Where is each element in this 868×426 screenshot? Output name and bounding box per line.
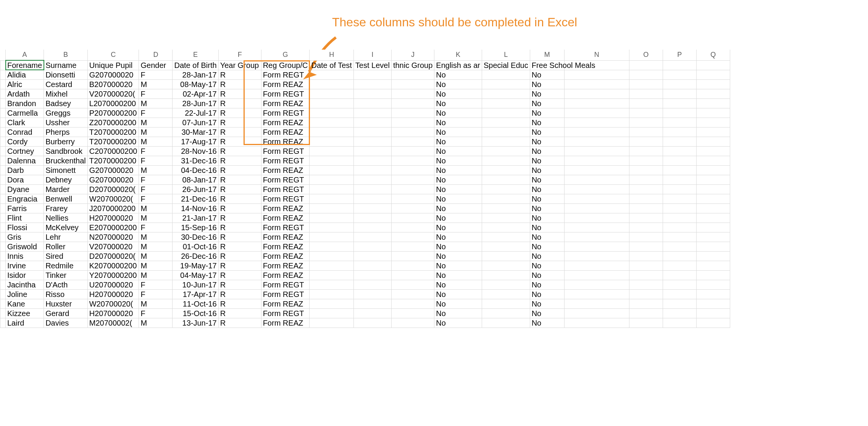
cell[interactable] xyxy=(564,308,629,318)
cell-dob[interactable]: 26-Dec-16 xyxy=(173,251,218,261)
cell[interactable] xyxy=(629,127,663,137)
cell-date-of-test[interactable] xyxy=(310,70,353,79)
cell-surname[interactable]: Huxster xyxy=(44,299,88,308)
cell-fsm[interactable]: No xyxy=(530,146,564,156)
cell-forename[interactable]: Conrad xyxy=(6,127,44,137)
cell-sen[interactable] xyxy=(482,79,530,89)
cell[interactable] xyxy=(629,175,663,184)
cell[interactable] xyxy=(629,242,663,251)
cell-gender[interactable]: M xyxy=(139,251,173,261)
cell[interactable] xyxy=(629,261,663,270)
header-surname[interactable]: Surname xyxy=(44,60,88,70)
cell-gender[interactable]: M xyxy=(139,261,173,270)
cell-ethnic-group[interactable] xyxy=(391,299,434,308)
cell-dob[interactable]: 13-Jun-17 xyxy=(173,318,218,328)
column-header[interactable]: F xyxy=(218,50,261,60)
gutter[interactable] xyxy=(0,70,6,79)
cell-test-level[interactable] xyxy=(353,203,391,213)
cell-yeargroup[interactable]: R xyxy=(218,156,261,165)
cell-dob[interactable]: 30-Mar-17 xyxy=(173,127,218,137)
cell-surname[interactable]: Pherps xyxy=(44,127,88,137)
cell-dob[interactable]: 28-Nov-16 xyxy=(173,146,218,156)
cell-gender[interactable]: F xyxy=(139,146,173,156)
cell-reggroup[interactable]: Form REAZ xyxy=(261,213,310,223)
cell-gender[interactable]: M xyxy=(139,232,173,242)
column-header[interactable]: I xyxy=(353,50,391,60)
cell-forename[interactable]: Flossi xyxy=(6,223,44,232)
cell-surname[interactable]: Mixhel xyxy=(44,89,88,98)
cell[interactable] xyxy=(564,289,629,299)
cell-fsm[interactable]: No xyxy=(530,175,564,184)
cell-surname[interactable]: Roller xyxy=(44,242,88,251)
cell-yeargroup[interactable]: R xyxy=(218,289,261,299)
cell-forename[interactable]: Dalenna xyxy=(6,156,44,165)
cell-ethnic-group[interactable] xyxy=(391,137,434,146)
cell-reggroup[interactable]: Form REAZ xyxy=(261,127,310,137)
cell-reggroup[interactable]: Form REAZ xyxy=(261,118,310,127)
cell-upn[interactable]: V207000020( xyxy=(87,89,139,98)
cell[interactable] xyxy=(696,118,730,127)
cell-sen[interactable] xyxy=(482,232,530,242)
header-test-level[interactable]: Test Level xyxy=(353,60,391,70)
cell[interactable] xyxy=(696,70,730,79)
header-upn[interactable]: Unique Pupil xyxy=(87,60,139,70)
cell-eal[interactable]: No xyxy=(434,137,482,146)
cell-surname[interactable]: Cestard xyxy=(44,79,88,89)
cell[interactable] xyxy=(564,98,629,108)
cell-upn[interactable]: H207000020 xyxy=(87,308,139,318)
cell[interactable] xyxy=(663,261,696,270)
cell-sen[interactable] xyxy=(482,175,530,184)
cell[interactable] xyxy=(663,251,696,261)
cell-gender[interactable]: F xyxy=(139,280,173,289)
cell-forename[interactable]: Laird xyxy=(6,318,44,328)
cell-dob[interactable]: 07-Jun-17 xyxy=(173,118,218,127)
cell-ethnic-group[interactable] xyxy=(391,261,434,270)
cell-dob[interactable]: 02-Apr-17 xyxy=(173,89,218,98)
cell-reggroup[interactable]: Form REGT xyxy=(261,175,310,184)
column-header[interactable]: C xyxy=(87,50,139,60)
cell-fsm[interactable]: No xyxy=(530,213,564,223)
cell[interactable] xyxy=(663,118,696,127)
cell[interactable] xyxy=(663,289,696,299)
cell[interactable] xyxy=(564,299,629,308)
gutter[interactable] xyxy=(0,203,6,213)
cell[interactable] xyxy=(696,251,730,261)
cell-gender[interactable]: F xyxy=(139,184,173,194)
cell-upn[interactable]: L2070000200 xyxy=(87,98,139,108)
cell-reggroup[interactable]: Form REAZ xyxy=(261,165,310,175)
cell[interactable] xyxy=(564,261,629,270)
cell-forename[interactable]: Isidor xyxy=(6,270,44,280)
cell-eal[interactable]: No xyxy=(434,261,482,270)
cell-forename[interactable]: Alidia xyxy=(6,70,44,79)
cell-forename[interactable]: Flint xyxy=(6,213,44,223)
cell[interactable] xyxy=(696,184,730,194)
cell[interactable] xyxy=(696,108,730,118)
header-reggroup[interactable]: Reg Group/C xyxy=(261,60,310,70)
gutter[interactable] xyxy=(0,223,6,232)
cell-yeargroup[interactable]: R xyxy=(218,223,261,232)
cell-date-of-test[interactable] xyxy=(310,251,353,261)
cell-fsm[interactable]: No xyxy=(530,79,564,89)
cell-ethnic-group[interactable] xyxy=(391,127,434,137)
cell[interactable] xyxy=(696,60,730,70)
cell-forename[interactable]: Brandon xyxy=(6,98,44,108)
cell-test-level[interactable] xyxy=(353,261,391,270)
gutter[interactable] xyxy=(0,146,6,156)
cell-surname[interactable]: Lehr xyxy=(44,232,88,242)
cell-ethnic-group[interactable] xyxy=(391,251,434,261)
cell-gender[interactable]: F xyxy=(139,89,173,98)
cell-ethnic-group[interactable] xyxy=(391,194,434,203)
cell[interactable] xyxy=(629,70,663,79)
cell-test-level[interactable] xyxy=(353,137,391,146)
cell-yeargroup[interactable]: R xyxy=(218,165,261,175)
cell[interactable] xyxy=(696,318,730,328)
cell[interactable] xyxy=(629,184,663,194)
cell-forename[interactable]: Gris xyxy=(6,232,44,242)
cell[interactable] xyxy=(564,242,629,251)
gutter[interactable] xyxy=(0,175,6,184)
cell[interactable] xyxy=(663,194,696,203)
cell-date-of-test[interactable] xyxy=(310,280,353,289)
cell-ethnic-group[interactable] xyxy=(391,98,434,108)
cell-gender[interactable]: M xyxy=(139,98,173,108)
cell-upn[interactable]: J2070000200 xyxy=(87,203,139,213)
